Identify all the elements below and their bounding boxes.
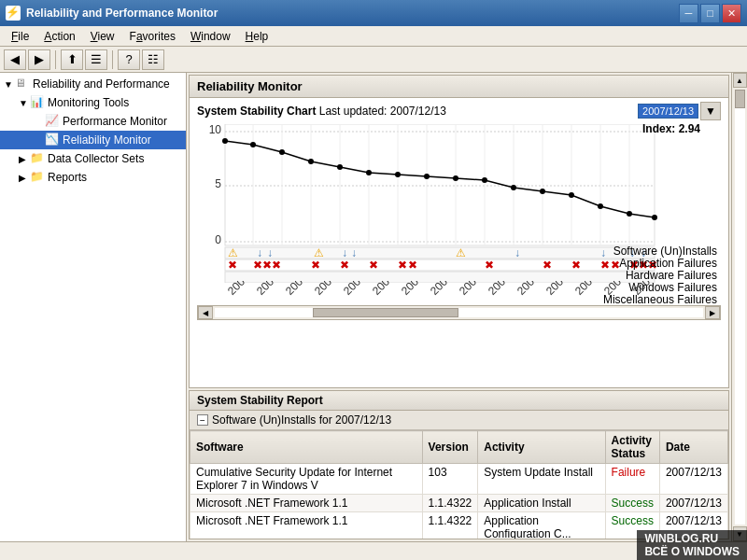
- svg-text:⚠: ⚠: [456, 246, 466, 259]
- date-dropdown-button[interactable]: ▼: [700, 102, 721, 120]
- table-row: Cumulative Security Update for Internet …: [190, 464, 728, 495]
- sidebar-label: Reliability Monitor: [63, 133, 151, 147]
- table-row: Microsoft .NET Framework 1.11.1.4322Appl…: [190, 495, 728, 512]
- scroll-up-button[interactable]: ▲: [733, 73, 747, 88]
- svg-text:10: 10: [209, 124, 222, 136]
- report-table: Software Version Activity ActivityStatus…: [190, 430, 728, 539]
- svg-point-31: [511, 185, 516, 190]
- help-button[interactable]: ?: [118, 49, 140, 70]
- forward-button[interactable]: ▶: [28, 49, 50, 70]
- svg-point-27: [395, 172, 401, 177]
- report-section-header: − Software (Un)Installs for 2007/12/13: [190, 411, 728, 430]
- svg-text:⚠: ⚠: [228, 246, 238, 259]
- menu-window[interactable]: Window: [183, 28, 238, 45]
- scroll-left-button[interactable]: ◀: [198, 306, 213, 319]
- scroll-thumb-v[interactable]: [735, 90, 745, 108]
- sidebar-item-reports[interactable]: ▶ 📁 Reports: [0, 168, 186, 187]
- svg-text:✖: ✖: [369, 259, 378, 272]
- toolbar-separator: [55, 50, 56, 69]
- cell-software: Microsoft .NET Framework 1.1: [190, 512, 423, 539]
- grid-button[interactable]: ☷: [142, 49, 164, 70]
- report-scroll-area[interactable]: Software Version Activity ActivityStatus…: [190, 430, 728, 539]
- cell-activity: Application Install: [478, 495, 605, 512]
- svg-text:↓: ↓: [351, 246, 357, 259]
- tree-arrow: ▶: [19, 173, 30, 183]
- main-layout: ▼ 🖥 Reliability and Performance ▼ 📊 Moni…: [0, 73, 747, 541]
- scroll-track: [215, 308, 703, 317]
- toolbar: ◀ ▶ ⬆ ☰ ? ☷: [0, 47, 747, 73]
- svg-rect-37: [225, 247, 655, 259]
- svg-point-26: [366, 170, 372, 175]
- svg-point-22: [250, 142, 256, 147]
- sidebar-label: Reports: [48, 171, 87, 184]
- svg-point-34: [598, 203, 603, 209]
- horizontal-scrollbar[interactable]: ◀ ▶: [197, 305, 721, 320]
- minimize-button[interactable]: ─: [679, 4, 698, 23]
- col-date: Date: [659, 431, 727, 464]
- svg-text:✖: ✖: [262, 259, 272, 272]
- col-software: Software: [190, 431, 423, 464]
- watermark: WINBLOG.RU ВСЁ О WINDOWS: [637, 530, 747, 560]
- cell-version: 1.1.4322: [422, 512, 478, 539]
- tree-arrow: ▶: [19, 154, 30, 164]
- menu-action[interactable]: Action: [36, 28, 82, 45]
- svg-point-36: [652, 215, 657, 220]
- date-selector: 2007/12/13 ▼: [638, 102, 721, 120]
- maximize-button[interactable]: □: [700, 4, 720, 23]
- svg-text:5: 5: [215, 177, 221, 190]
- sidebar-item-performance-monitor[interactable]: 📈 Performance Monitor: [0, 112, 186, 131]
- menu-help[interactable]: Help: [238, 28, 276, 45]
- sidebar-item-reliability-performance[interactable]: ▼ 🖥 Reliability and Performance: [0, 75, 186, 93]
- collapse-button[interactable]: −: [197, 414, 208, 426]
- row-labels: Software (Un)Installs Application Failur…: [603, 245, 717, 306]
- svg-text:✖: ✖: [311, 259, 320, 272]
- index-label: Index: 2.94: [642, 122, 700, 135]
- sidebar-item-monitoring-tools[interactable]: ▼ 📊 Monitoring Tools: [0, 93, 186, 112]
- sidebar-label: Performance Monitor: [63, 115, 167, 128]
- list-button[interactable]: ☰: [85, 49, 107, 70]
- svg-rect-49: [225, 259, 655, 271]
- svg-text:✖: ✖: [408, 259, 417, 272]
- chart-container: System Stability Chart Last updated: 200…: [190, 98, 728, 387]
- svg-point-28: [424, 174, 430, 179]
- up-button[interactable]: ⬆: [61, 49, 83, 70]
- back-button[interactable]: ◀: [4, 49, 26, 70]
- report-panel-title: System Stability Report: [190, 391, 728, 411]
- reliability-panel: Reliability Monitor System Stability Cha…: [189, 75, 729, 388]
- scroll-thumb[interactable]: [313, 308, 459, 317]
- menu-favorites[interactable]: Favorites: [122, 28, 183, 45]
- cell-date: 2007/12/13: [659, 495, 727, 512]
- panel-title: Reliability Monitor: [190, 76, 728, 98]
- vertical-scrollbar-right[interactable]: ▲ ▼: [731, 73, 747, 541]
- svg-point-30: [482, 177, 487, 183]
- svg-text:✖: ✖: [228, 259, 237, 272]
- toolbar-separator2: [112, 50, 113, 69]
- chart-title-bold: System Stability Chart: [197, 105, 316, 118]
- cell-software: Cumulative Security Update for Internet …: [190, 464, 423, 495]
- svg-text:✖: ✖: [398, 259, 407, 272]
- close-button[interactable]: ✕: [722, 4, 741, 23]
- col-version: Version: [422, 431, 478, 464]
- cell-software: Microsoft .NET Framework 1.1: [190, 495, 423, 512]
- scroll-right-button[interactable]: ▶: [705, 306, 720, 319]
- section-title: Software (Un)Installs for 2007/12/13: [212, 413, 391, 427]
- svg-text:↓: ↓: [257, 246, 262, 259]
- sidebar-item-reliability-monitor[interactable]: 📉 Reliability Monitor: [0, 131, 186, 149]
- svg-text:↓: ↓: [514, 246, 520, 259]
- menu-bar: File Action View Favorites Window Help: [0, 26, 747, 47]
- row-label-misc: Miscellaneous Failures: [603, 294, 717, 306]
- window-title: Reliability and Performance Monitor: [26, 7, 679, 20]
- chart-title: System Stability Chart Last updated: 200…: [197, 105, 446, 118]
- last-updated: Last updated: 2007/12/13: [319, 105, 446, 118]
- menu-view[interactable]: View: [83, 28, 122, 45]
- svg-text:0: 0: [215, 233, 221, 246]
- window-controls: ─ □ ✕: [679, 4, 741, 23]
- menu-file[interactable]: File: [4, 28, 36, 45]
- svg-point-23: [279, 149, 285, 155]
- cell-activity: System Update Install: [478, 464, 605, 495]
- sidebar: ▼ 🖥 Reliability and Performance ▼ 📊 Moni…: [0, 73, 187, 541]
- status-bar: [0, 541, 747, 560]
- col-activity-status: ActivityStatus: [605, 431, 659, 464]
- content-area: Reliability Monitor System Stability Cha…: [187, 73, 731, 541]
- sidebar-item-data-collector-sets[interactable]: ▶ 📁 Data Collector Sets: [0, 149, 186, 168]
